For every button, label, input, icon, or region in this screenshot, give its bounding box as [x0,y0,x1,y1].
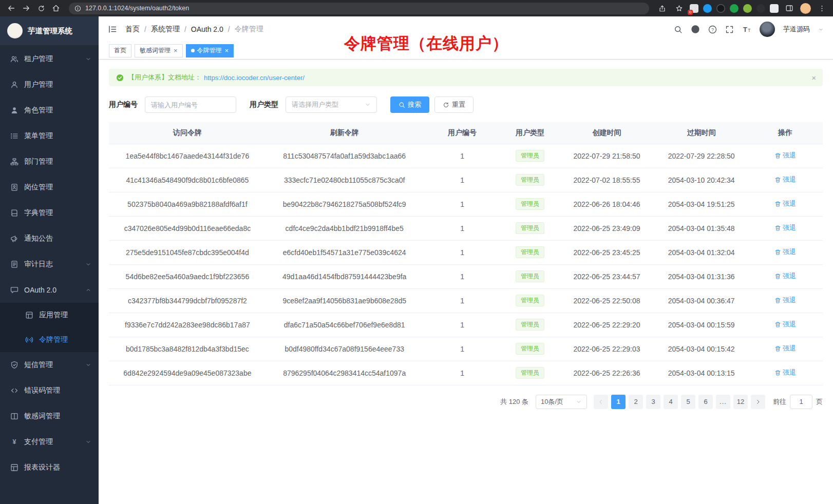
force-logout-button[interactable]: 强退 [774,296,796,305]
page-button-2[interactable]: 2 [629,395,643,409]
search-button[interactable]: 搜索 [390,96,429,113]
github-icon[interactable] [691,25,700,34]
action-cell: 强退 [748,168,823,192]
sidebar-item[interactable]: 租户管理 [0,46,99,72]
chrome-menu-icon[interactable] [816,2,828,14]
sidebar-item[interactable]: 错误码管理 [0,378,99,403]
side-panel-icon[interactable] [783,2,796,14]
tab-close-icon[interactable]: × [225,47,229,54]
tab[interactable]: 敏感词管理× [135,44,183,57]
back-icon[interactable] [5,2,17,14]
page-button-1[interactable]: 1 [611,395,626,409]
page-size-select[interactable]: 10条/页 [536,395,587,409]
doc-link[interactable]: https://doc.iocoder.cn/user-center/ [204,74,305,82]
sidebar-item[interactable]: OAuth 2.0 [0,277,99,303]
breadcrumb-item[interactable]: OAuth 2.0 [191,25,223,33]
breadcrumb-item[interactable]: 首页 [125,25,140,34]
force-logout-button[interactable]: 强退 [774,151,796,160]
reset-button[interactable]: 重置 [434,96,474,113]
user-type-tag: 管理员 [516,367,544,379]
sidebar-item[interactable]: 应用管理 [0,303,99,327]
sidebar-item[interactable]: 部门管理 [0,149,99,175]
tab[interactable]: 首页 [109,44,131,57]
page-size-value: 10条/页 [541,397,563,406]
user-menu-caret-icon[interactable] [818,27,824,32]
user-avatar[interactable] [760,22,775,37]
app-logo[interactable]: 芋道管理系统 [0,16,99,45]
expire-time-cell: 2054-03-04 00:15:42 [655,337,748,361]
sidebar-item[interactable]: 角色管理 [0,98,99,123]
extension-icon-6[interactable] [756,4,765,13]
page-ellipsis[interactable]: ... [716,395,730,409]
sidebar-item[interactable]: 敏感词管理 [0,403,99,429]
extension-icon-7[interactable] [770,4,779,13]
sidebar-item[interactable]: 令牌管理 [0,327,99,352]
force-logout-button[interactable]: 强退 [774,320,796,329]
access-token-cell: 41c41346a548490f9dc8b01c6bfe0865 [109,168,266,192]
sidebar-item[interactable]: 报表设计器 [0,455,99,480]
breadcrumb-item[interactable]: 系统管理 [151,25,180,34]
table-body: 1ea5e44f8bc1467aaede43144f31de76811c5304… [109,144,823,385]
help-icon[interactable]: ? [708,25,717,34]
sidebar-item-label: 用户管理 [24,80,91,89]
page-info-icon[interactable] [74,5,81,12]
page-button-12[interactable]: 12 [733,395,748,409]
user-id-cell: 1 [423,168,502,192]
sidebar-item[interactable]: 岗位管理 [0,175,99,200]
forward-icon[interactable] [20,2,32,14]
user-name[interactable]: 芋道源码 [783,25,810,34]
tab-close-icon[interactable]: × [174,47,178,54]
trash-icon [774,297,781,304]
goto-page-input[interactable] [790,395,812,409]
extension-icon-3[interactable] [716,4,725,13]
sidebar-item[interactable]: 用户管理 [0,72,99,98]
sidebar-item[interactable]: 字典管理 [0,200,99,226]
sidebar-item[interactable]: 短信管理 [0,352,99,378]
page-button-3[interactable]: 3 [646,395,660,409]
force-logout-label: 强退 [783,247,796,257]
reload-icon[interactable] [35,2,47,14]
extension-icon-5[interactable] [743,4,752,13]
force-logout-button[interactable]: 强退 [774,175,796,184]
expire-time-cell: 2054-03-04 01:35:48 [655,216,748,240]
extension-icon-1[interactable]: 0 [690,4,698,13]
page-button-6[interactable]: 6 [698,395,713,409]
force-logout-button[interactable]: 强退 [774,344,796,353]
sidebar-item[interactable]: 菜单管理 [0,123,99,149]
page-button-4[interactable]: 4 [664,395,678,409]
user-type-select[interactable]: 请选择用户类型 [286,96,377,113]
user-type-cell: 管理员 [501,216,558,240]
force-logout-button[interactable]: 强退 [774,199,796,208]
extension-icon-2[interactable] [703,4,712,13]
sidebar-item[interactable]: 审计日志 [0,251,99,277]
tab[interactable]: 令牌管理× [186,44,234,57]
next-page-button[interactable] [751,395,765,409]
sidebar-item[interactable]: 通知公告 [0,226,99,251]
search-icon[interactable] [674,25,683,34]
user-type-cell: 管理员 [501,144,558,168]
extension-icon-4[interactable] [730,4,739,13]
share-icon[interactable] [656,2,668,14]
sidebar-collapse-icon[interactable] [108,25,117,34]
page-button-5[interactable]: 5 [681,395,695,409]
browser-profile-avatar[interactable] [800,3,811,14]
force-logout-button[interactable]: 强退 [774,247,796,257]
force-logout-button[interactable]: 强退 [774,368,796,377]
sidebar-item[interactable]: ¥支付管理 [0,429,99,455]
prev-page-button[interactable] [594,395,608,409]
trash-icon [774,273,781,280]
force-logout-button[interactable]: 强退 [774,272,796,281]
bookmark-star-icon[interactable] [673,2,685,14]
font-size-icon[interactable]: TT [742,25,751,34]
access-token-cell: f9336e7c7dd242a283ee98dc86b17a87 [109,313,266,337]
table-row: 41c41346a548490f9dc8b01c6bfe0865333ecfc7… [109,168,823,192]
alert-close-icon[interactable]: × [811,74,816,82]
trash-icon [774,249,781,256]
sidebar-item-label: 审计日志 [24,260,80,269]
force-logout-button[interactable]: 强退 [774,223,796,232]
user-id-input[interactable] [151,101,230,109]
signal-icon [25,336,33,344]
fullscreen-icon[interactable] [725,25,734,34]
address-bar[interactable]: 127.0.0.1:1024/system/oauth2/token [69,3,649,14]
home-icon[interactable] [50,2,62,14]
